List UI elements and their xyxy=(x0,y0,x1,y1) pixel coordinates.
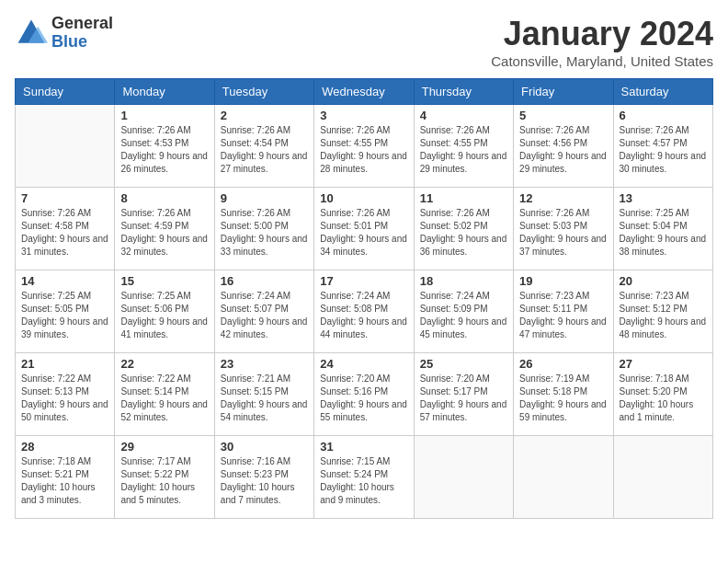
day-info: Sunrise: 7:15 AMSunset: 5:24 PMDaylight:… xyxy=(320,455,407,507)
day-info: Sunrise: 7:26 AMSunset: 5:01 PMDaylight:… xyxy=(320,207,407,259)
day-number: 28 xyxy=(21,440,108,454)
calendar-cell: 31Sunrise: 7:15 AMSunset: 5:24 PMDayligh… xyxy=(314,436,414,519)
calendar-cell: 6Sunrise: 7:26 AMSunset: 4:57 PMDaylight… xyxy=(613,105,712,188)
calendar-header-saturday: Saturday xyxy=(613,79,712,105)
day-number: 21 xyxy=(21,357,108,371)
day-number: 1 xyxy=(120,109,208,122)
calendar-cell: 28Sunrise: 7:18 AMSunset: 5:21 PMDayligh… xyxy=(16,436,115,519)
day-number: 25 xyxy=(420,357,507,371)
day-info: Sunrise: 7:26 AMSunset: 4:59 PMDaylight:… xyxy=(120,207,208,259)
day-number: 11 xyxy=(420,191,507,205)
day-number: 22 xyxy=(120,357,208,371)
day-info: Sunrise: 7:21 AMSunset: 5:15 PMDaylight:… xyxy=(221,373,308,424)
day-number: 30 xyxy=(221,440,308,454)
day-number: 13 xyxy=(620,191,707,205)
day-info: Sunrise: 7:22 AMSunset: 5:13 PMDaylight:… xyxy=(21,373,108,424)
day-number: 12 xyxy=(519,191,607,205)
calendar-cell: 9Sunrise: 7:26 AMSunset: 5:00 PMDaylight… xyxy=(214,188,313,270)
day-info: Sunrise: 7:24 AMSunset: 5:07 PMDaylight:… xyxy=(221,290,308,341)
calendar-cell: 3Sunrise: 7:26 AMSunset: 4:55 PMDaylight… xyxy=(314,105,414,188)
logo-blue: Blue xyxy=(51,33,113,52)
calendar-cell xyxy=(16,105,115,188)
day-info: Sunrise: 7:26 AMSunset: 5:02 PMDaylight:… xyxy=(420,207,507,259)
day-info: Sunrise: 7:26 AMSunset: 4:54 PMDaylight:… xyxy=(221,124,308,176)
calendar-cell: 18Sunrise: 7:24 AMSunset: 5:09 PMDayligh… xyxy=(414,270,513,353)
calendar-cell: 12Sunrise: 7:26 AMSunset: 5:03 PMDayligh… xyxy=(514,188,613,270)
logo: General Blue xyxy=(15,15,113,52)
day-info: Sunrise: 7:26 AMSunset: 4:58 PMDaylight:… xyxy=(21,207,108,259)
calendar-cell xyxy=(414,436,513,519)
month-title: January 2024 xyxy=(491,15,713,53)
calendar-cell: 21Sunrise: 7:22 AMSunset: 5:13 PMDayligh… xyxy=(16,353,115,436)
day-info: Sunrise: 7:26 AMSunset: 5:00 PMDaylight:… xyxy=(221,207,308,259)
day-number: 10 xyxy=(320,191,407,205)
calendar-cell: 14Sunrise: 7:25 AMSunset: 5:05 PMDayligh… xyxy=(16,270,115,353)
logo-general: General xyxy=(51,15,113,33)
logo-text: General Blue xyxy=(51,15,113,52)
calendar-cell: 23Sunrise: 7:21 AMSunset: 5:15 PMDayligh… xyxy=(214,353,313,436)
calendar-week-row: 21Sunrise: 7:22 AMSunset: 5:13 PMDayligh… xyxy=(16,353,713,436)
day-number: 6 xyxy=(620,109,707,122)
calendar-cell: 2Sunrise: 7:26 AMSunset: 4:54 PMDaylight… xyxy=(214,105,313,188)
day-number: 3 xyxy=(320,109,407,122)
day-info: Sunrise: 7:26 AMSunset: 4:56 PMDaylight:… xyxy=(519,124,607,176)
day-info: Sunrise: 7:25 AMSunset: 5:05 PMDaylight:… xyxy=(21,290,108,341)
calendar-cell: 22Sunrise: 7:22 AMSunset: 5:14 PMDayligh… xyxy=(115,353,214,436)
day-info: Sunrise: 7:24 AMSunset: 5:09 PMDaylight:… xyxy=(420,290,507,341)
day-info: Sunrise: 7:24 AMSunset: 5:08 PMDaylight:… xyxy=(320,290,407,341)
calendar-cell: 10Sunrise: 7:26 AMSunset: 5:01 PMDayligh… xyxy=(314,188,414,270)
calendar-cell xyxy=(613,436,712,519)
day-info: Sunrise: 7:25 AMSunset: 5:04 PMDaylight:… xyxy=(620,207,707,259)
day-info: Sunrise: 7:20 AMSunset: 5:16 PMDaylight:… xyxy=(320,373,407,424)
day-number: 17 xyxy=(320,274,407,288)
day-number: 16 xyxy=(221,274,308,288)
calendar-cell: 15Sunrise: 7:25 AMSunset: 5:06 PMDayligh… xyxy=(115,270,214,353)
calendar-header-row: SundayMondayTuesdayWednesdayThursdayFrid… xyxy=(16,79,713,105)
logo-icon xyxy=(15,17,48,50)
day-number: 5 xyxy=(519,109,607,122)
day-number: 24 xyxy=(320,357,407,371)
calendar-cell: 30Sunrise: 7:16 AMSunset: 5:23 PMDayligh… xyxy=(214,436,313,519)
calendar-cell: 11Sunrise: 7:26 AMSunset: 5:02 PMDayligh… xyxy=(414,188,513,270)
day-info: Sunrise: 7:25 AMSunset: 5:06 PMDaylight:… xyxy=(120,290,208,341)
calendar-week-row: 28Sunrise: 7:18 AMSunset: 5:21 PMDayligh… xyxy=(16,436,713,519)
calendar-cell: 1Sunrise: 7:26 AMSunset: 4:53 PMDaylight… xyxy=(115,105,214,188)
day-number: 23 xyxy=(221,357,308,371)
calendar-table: SundayMondayTuesdayWednesdayThursdayFrid… xyxy=(15,78,713,519)
calendar-cell: 20Sunrise: 7:23 AMSunset: 5:12 PMDayligh… xyxy=(613,270,712,353)
title-section: January 2024 Catonsville, Maryland, Unit… xyxy=(491,15,713,69)
calendar-cell: 7Sunrise: 7:26 AMSunset: 4:58 PMDaylight… xyxy=(16,188,115,270)
day-info: Sunrise: 7:26 AMSunset: 4:57 PMDaylight:… xyxy=(620,124,707,176)
calendar-cell: 8Sunrise: 7:26 AMSunset: 4:59 PMDaylight… xyxy=(115,188,214,270)
calendar-cell: 16Sunrise: 7:24 AMSunset: 5:07 PMDayligh… xyxy=(214,270,313,353)
calendar-week-row: 14Sunrise: 7:25 AMSunset: 5:05 PMDayligh… xyxy=(16,270,713,353)
calendar-cell: 5Sunrise: 7:26 AMSunset: 4:56 PMDaylight… xyxy=(514,105,613,188)
day-info: Sunrise: 7:26 AMSunset: 4:55 PMDaylight:… xyxy=(320,124,407,176)
calendar-cell: 4Sunrise: 7:26 AMSunset: 4:55 PMDaylight… xyxy=(414,105,513,188)
day-info: Sunrise: 7:22 AMSunset: 5:14 PMDaylight:… xyxy=(120,373,208,424)
page-header: General Blue January 2024 Catonsville, M… xyxy=(15,15,713,69)
day-info: Sunrise: 7:23 AMSunset: 5:12 PMDaylight:… xyxy=(620,290,707,341)
calendar-header-wednesday: Wednesday xyxy=(314,79,414,105)
calendar-header-tuesday: Tuesday xyxy=(214,79,313,105)
day-info: Sunrise: 7:23 AMSunset: 5:11 PMDaylight:… xyxy=(519,290,607,341)
calendar-cell: 13Sunrise: 7:25 AMSunset: 5:04 PMDayligh… xyxy=(613,188,712,270)
day-number: 18 xyxy=(420,274,507,288)
day-number: 29 xyxy=(120,440,208,454)
calendar-header-thursday: Thursday xyxy=(414,79,513,105)
day-number: 26 xyxy=(519,357,607,371)
calendar-cell: 26Sunrise: 7:19 AMSunset: 5:18 PMDayligh… xyxy=(514,353,613,436)
day-info: Sunrise: 7:18 AMSunset: 5:21 PMDaylight:… xyxy=(21,455,108,507)
calendar-cell: 25Sunrise: 7:20 AMSunset: 5:17 PMDayligh… xyxy=(414,353,513,436)
day-info: Sunrise: 7:19 AMSunset: 5:18 PMDaylight:… xyxy=(519,373,607,424)
calendar-cell: 27Sunrise: 7:18 AMSunset: 5:20 PMDayligh… xyxy=(613,353,712,436)
day-number: 2 xyxy=(221,109,308,122)
calendar-header-friday: Friday xyxy=(514,79,613,105)
location-title: Catonsville, Maryland, United States xyxy=(491,53,713,69)
day-number: 9 xyxy=(221,191,308,205)
calendar-cell: 17Sunrise: 7:24 AMSunset: 5:08 PMDayligh… xyxy=(314,270,414,353)
calendar-week-row: 1Sunrise: 7:26 AMSunset: 4:53 PMDaylight… xyxy=(16,105,713,188)
day-number: 8 xyxy=(120,191,208,205)
day-number: 4 xyxy=(420,109,507,122)
calendar-cell xyxy=(514,436,613,519)
